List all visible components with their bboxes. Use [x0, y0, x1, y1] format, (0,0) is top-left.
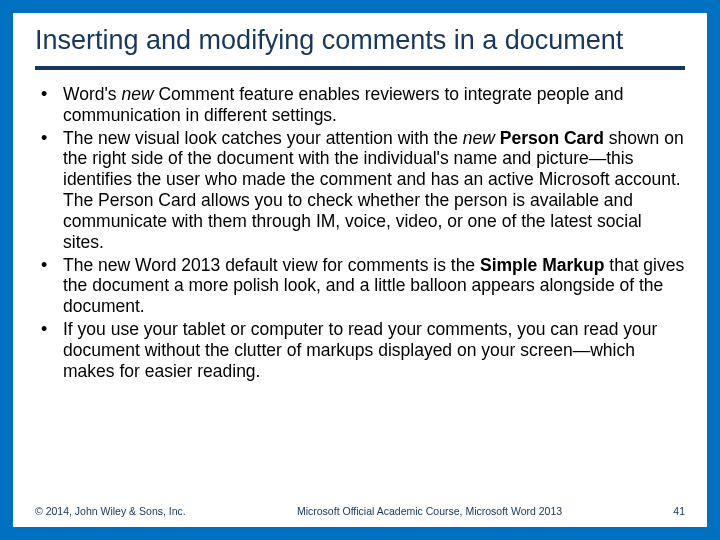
bullet-emph: new	[463, 128, 495, 148]
bullet-emph: new	[121, 84, 153, 104]
footer-copyright: © 2014, John Wiley & Sons, Inc.	[35, 505, 186, 517]
bullet-item: The new Word 2013 default view for comme…	[35, 255, 685, 317]
slide-inner: Inserting and modifying comments in a do…	[13, 13, 707, 527]
bullet-item: If you use your tablet or computer to re…	[35, 319, 685, 381]
bullet-bold: Simple Markup	[480, 255, 604, 275]
bullet-bold: Person Card	[500, 128, 604, 148]
footer-course: Microsoft Official Academic Course, Micr…	[186, 505, 674, 517]
slide-footer: © 2014, John Wiley & Sons, Inc. Microsof…	[35, 505, 685, 517]
bullet-item: Word's new Comment feature enables revie…	[35, 84, 685, 126]
bullet-text: Word's	[63, 84, 121, 104]
bullet-text: The new Word 2013 default view for comme…	[63, 255, 480, 275]
body-text: Word's new Comment feature enables revie…	[35, 84, 685, 381]
bullet-list: Word's new Comment feature enables revie…	[35, 84, 685, 381]
bullet-text: If you use your tablet or computer to re…	[63, 319, 657, 381]
title-rule	[35, 66, 685, 70]
slide-frame: Inserting and modifying comments in a do…	[0, 0, 720, 540]
bullet-text: The new visual look catches your attenti…	[63, 128, 463, 148]
footer-page-number: 41	[673, 505, 685, 517]
bullet-item: The new visual look catches your attenti…	[35, 128, 685, 253]
slide-title: Inserting and modifying comments in a do…	[35, 25, 685, 62]
